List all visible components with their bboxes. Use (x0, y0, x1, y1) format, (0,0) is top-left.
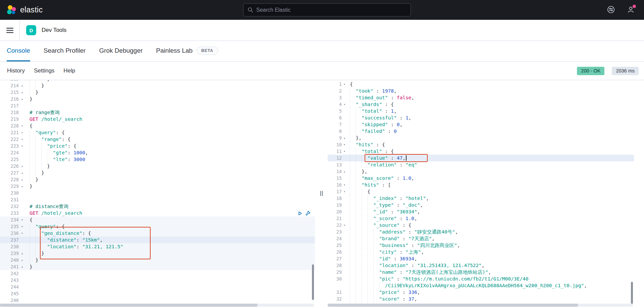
code-line[interactable]: } (25, 263, 33, 270)
editor-row[interactable]: 239▴} (0, 250, 315, 257)
code-line[interactable] (25, 102, 30, 109)
editor-row[interactable]: 229▴} (0, 183, 315, 190)
code-line[interactable]: "gte": 1000, (25, 149, 88, 156)
editor-row[interactable]: 9▴}, (328, 135, 634, 141)
code-line[interactable]: "city" : "上海", (347, 249, 424, 255)
code-line[interactable]: "max_score" : 1.0, (347, 175, 414, 182)
fold-toggle-icon[interactable]: ▾ (342, 141, 347, 148)
home-link[interactable]: elastic (0, 5, 43, 15)
code-line[interactable]: "price": { (25, 143, 76, 149)
editor-row[interactable]: 26"city" : "上海", (328, 249, 634, 255)
editor-row[interactable]: 15"max_score" : 1.0, (328, 175, 634, 182)
editor-row[interactable]: 28"location" : "31.251433, 121.47522", (328, 262, 634, 269)
code-line[interactable]: "_type" : "_doc", (347, 202, 423, 208)
vertical-scrollbar-thumb[interactable] (312, 264, 314, 300)
editor-row[interactable]: 231 (0, 196, 315, 203)
nav-menu-button[interactable] (0, 20, 20, 41)
editor-row[interactable]: 22▾"_source" : { (328, 222, 634, 228)
editor-row[interactable]: 11▾"total" : { (328, 148, 634, 155)
editor-row[interactable]: 5"total" : 1, (328, 108, 634, 114)
code-line[interactable]: "relation" : "eq" (347, 161, 417, 168)
horizontal-scrollbar[interactable] (0, 304, 314, 307)
editor-row[interactable]: 244 (0, 284, 315, 290)
code-line[interactable]: "address" : "静安交通路40号", (347, 228, 458, 235)
code-line[interactable]: "query": { (25, 129, 65, 136)
code-line[interactable]: "_id" : "36934", (347, 208, 420, 215)
editor-row[interactable]: 241▴} (0, 263, 315, 270)
code-line[interactable]: "total" : 1, (347, 108, 397, 114)
code-line[interactable]: } (25, 169, 44, 176)
editor-row[interactable]: 240▴} (0, 257, 315, 263)
editor-row[interactable]: 236▾"geo_distance": { (0, 230, 315, 237)
code-line[interactable] (25, 290, 30, 297)
fold-toggle-icon[interactable]: ▾ (19, 136, 25, 143)
fold-toggle-icon[interactable]: ▾ (19, 129, 25, 136)
editor-row[interactable]: 232# distance查询 (0, 203, 315, 210)
code-line[interactable]: { (347, 81, 353, 88)
fold-toggle-icon[interactable]: ▾ (342, 148, 347, 155)
code-line[interactable]: "lte": 3000 (25, 156, 85, 163)
fold-toggle-icon[interactable]: ▴ (19, 176, 25, 183)
editor-row[interactable]: 25"business" : "四川北路商业区", (328, 242, 634, 249)
code-line[interactable]: # distance查询 (25, 203, 68, 210)
code-line[interactable]: } (25, 96, 33, 102)
horizontal-scrollbar-thumb[interactable] (0, 304, 258, 307)
fold-toggle-icon[interactable]: ▴ (19, 257, 25, 263)
editor-row[interactable]: 218# range查询 (0, 109, 315, 116)
code-line[interactable]: /Cii9EVkyLrKIXo1vAAHgrxo_pUcAALcKQLD688A… (347, 282, 587, 289)
fold-toggle-icon[interactable]: ▾ (342, 81, 347, 88)
editor-row[interactable]: 6"successful" : 1, (328, 114, 634, 121)
code-line[interactable] (25, 270, 30, 277)
code-line[interactable]: "skipped" : 0, (347, 121, 402, 128)
tab-grok-debugger[interactable]: Grok Debugger (99, 41, 143, 61)
code-line[interactable]: } (25, 183, 33, 190)
code-line[interactable]: "hits" : [ (347, 182, 391, 188)
help-button[interactable]: Help (63, 67, 75, 74)
editor-row[interactable]: 228▴} (0, 176, 315, 183)
fold-toggle-icon[interactable]: ▴ (19, 96, 25, 102)
fold-toggle-icon[interactable]: ▴ (19, 183, 25, 190)
editor-row[interactable]: 7"skipped" : 0, (328, 121, 634, 128)
fold-toggle-icon[interactable]: ▴ (19, 250, 25, 257)
fold-toggle-icon[interactable]: ▾ (19, 223, 25, 230)
editor-row[interactable]: 217 (0, 102, 315, 109)
editor-row[interactable]: 246 (0, 297, 315, 304)
code-line[interactable]: { (347, 188, 370, 195)
code-line[interactable]: "timed_out" : false, (347, 94, 414, 101)
editor-row[interactable]: 10▾"hits" : { (328, 141, 634, 148)
code-line[interactable]: "_source" : { (347, 222, 411, 228)
code-line[interactable]: "distance": "15km", (25, 237, 103, 243)
fold-toggle-icon[interactable]: ▾ (342, 101, 347, 108)
code-line[interactable]: } (25, 82, 44, 89)
history-button[interactable]: History (7, 67, 25, 74)
tab-painless-lab[interactable]: Painless Lab BETA (156, 41, 218, 61)
editor-row[interactable]: 31"price" : 336, (328, 289, 634, 296)
editor-row[interactable]: 225"lte": 3000 (0, 156, 315, 163)
editor-row[interactable]: 216▴} (0, 96, 315, 102)
editor-row[interactable]: 220▾{ (0, 122, 315, 129)
editor-row[interactable]: 23"address" : "静安交通路40号", (328, 228, 634, 235)
editor-row[interactable]: 30"pic" : "https://m.tuniucdn.com/fb2/t1… (328, 275, 634, 282)
code-line[interactable]: "failed" : 0 (347, 128, 397, 135)
code-line[interactable] (25, 284, 30, 290)
fold-toggle-icon[interactable]: ▾ (342, 182, 347, 188)
editor-row[interactable]: 215▴} (0, 89, 315, 96)
fold-toggle-icon[interactable]: ▴ (342, 168, 347, 175)
code-line[interactable] (25, 277, 30, 284)
editor-row[interactable]: 224"gte": 1000, (0, 149, 315, 156)
header-controls-button[interactable] (607, 6, 615, 14)
fold-toggle-icon[interactable]: ▴ (19, 82, 25, 89)
fold-toggle-icon[interactable]: ▾ (19, 216, 25, 223)
code-line[interactable]: "query": { (25, 223, 65, 230)
code-line[interactable]: "successful" : 1, (347, 114, 411, 121)
code-line[interactable]: "range": { (25, 136, 70, 143)
code-line[interactable]: "id" : 36934, (347, 255, 417, 262)
code-line[interactable]: "business" : "四川北路商业区", (347, 242, 460, 249)
editor-row[interactable]: 3"timed_out" : false, (328, 94, 634, 101)
code-line[interactable]: "brand" : "7天酒店", (347, 235, 435, 242)
fold-toggle-icon[interactable]: ▴ (19, 263, 25, 270)
code-line[interactable] (25, 190, 30, 196)
editor-row[interactable]: 214▴} (0, 82, 315, 89)
tab-search-profiler[interactable]: Search Profiler (44, 41, 86, 61)
settings-button[interactable]: Settings (34, 67, 54, 74)
